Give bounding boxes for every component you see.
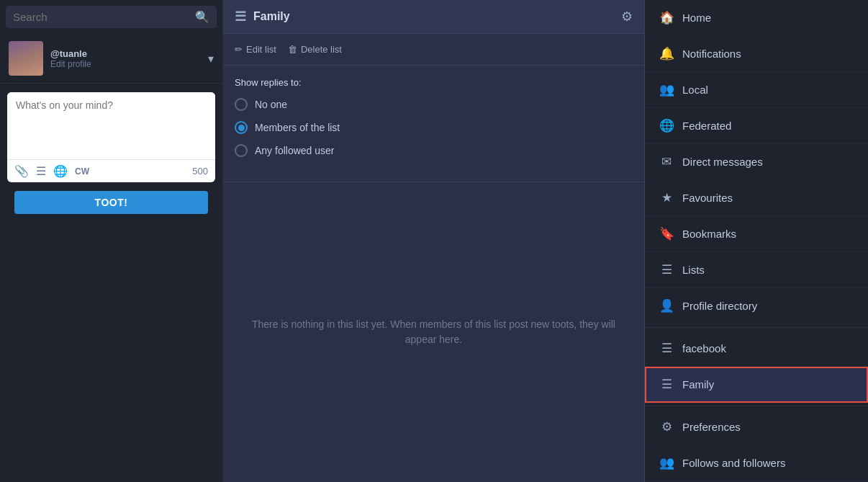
edit-list-label: Edit list bbox=[246, 44, 276, 55]
sidebar-item-favourites-label: Favourites bbox=[682, 192, 733, 204]
edit-list-button[interactable]: ✏ Edit list bbox=[235, 44, 276, 55]
radio-label-followed: Any followed user bbox=[255, 145, 335, 156]
radio-circle-no-one bbox=[235, 98, 248, 111]
globe-icon: 🌐 bbox=[659, 118, 674, 133]
radio-label-members: Members of the list bbox=[255, 122, 340, 133]
list-icon[interactable]: ☰ bbox=[36, 164, 46, 178]
left-column: 🔍 @tuanle Edit profile ▾ 📎 ☰ 🌐 CW 500 TO… bbox=[0, 0, 223, 482]
right-column: 🏠 Home 🔔 Notifications 👥 Local 🌐 Federat… bbox=[645, 0, 868, 482]
search-icon: 🔍 bbox=[195, 10, 209, 24]
sidebar-item-bookmarks-label: Bookmarks bbox=[682, 228, 736, 240]
profile-dir-icon: 👤 bbox=[659, 298, 674, 313]
sidebar-item-family[interactable]: ☰ Family bbox=[645, 367, 868, 403]
avatar bbox=[9, 41, 43, 76]
radio-no-one[interactable]: No one bbox=[235, 98, 633, 111]
local-icon: 👥 bbox=[659, 82, 674, 97]
list-name: Family bbox=[253, 10, 290, 23]
facebook-list-icon: ☰ bbox=[659, 341, 674, 356]
sidebar-item-federated-label: Federated bbox=[682, 120, 731, 132]
sidebar-item-direct-messages-label: Direct messages bbox=[682, 156, 763, 168]
attach-icon[interactable]: 📎 bbox=[14, 164, 29, 178]
sidebar-item-lists[interactable]: ☰ Lists bbox=[645, 252, 868, 288]
search-bar[interactable]: 🔍 bbox=[6, 6, 217, 28]
bell-icon: 🔔 bbox=[659, 46, 674, 61]
chevron-down-icon[interactable]: ▾ bbox=[208, 52, 214, 66]
home-icon: 🏠 bbox=[659, 10, 674, 25]
sidebar-item-family-label: Family bbox=[682, 378, 714, 390]
show-replies-label: Show replies to: bbox=[235, 77, 633, 88]
char-count: 500 bbox=[192, 166, 208, 177]
delete-list-label: Delete list bbox=[301, 44, 342, 55]
trash-icon: 🗑 bbox=[288, 44, 297, 55]
toot-button[interactable]: TOOT! bbox=[14, 191, 208, 214]
sidebar-item-home[interactable]: 🏠 Home bbox=[645, 0, 868, 36]
middle-column: ☰ Family ⚙ ✏ Edit list 🗑 Delete list Sho… bbox=[223, 0, 645, 482]
search-input[interactable] bbox=[13, 11, 189, 23]
sidebar-item-follows-followers-label: Follows and followers bbox=[682, 457, 785, 469]
empty-list-message: There is nothing in this list yet. When … bbox=[223, 182, 644, 482]
mail-icon: ✉ bbox=[659, 154, 674, 169]
sidebar-item-bookmarks[interactable]: 🔖 Bookmarks bbox=[645, 216, 868, 252]
compose-area: 📎 ☰ 🌐 CW 500 bbox=[7, 92, 215, 182]
gear-icon: ⚙ bbox=[659, 419, 674, 434]
sidebar-item-local[interactable]: 👥 Local bbox=[645, 72, 868, 108]
sidebar-item-preferences-label: Preferences bbox=[682, 421, 741, 433]
radio-members[interactable]: Members of the list bbox=[235, 121, 633, 134]
sidebar-item-profile-directory[interactable]: 👤 Profile directory bbox=[645, 288, 868, 324]
sidebar-item-preferences[interactable]: ⚙ Preferences bbox=[645, 409, 868, 445]
list-header: ☰ Family ⚙ bbox=[223, 0, 644, 34]
sidebar-item-local-label: Local bbox=[682, 84, 708, 96]
sidebar-item-profile-directory-label: Profile directory bbox=[682, 300, 757, 312]
sidebar-item-notifications[interactable]: 🔔 Notifications bbox=[645, 36, 868, 72]
compose-textarea[interactable] bbox=[7, 92, 215, 157]
sidebar-item-facebook[interactable]: ☰ facebook bbox=[645, 331, 868, 367]
compose-toolbar: 📎 ☰ 🌐 CW 500 bbox=[7, 159, 215, 182]
sidebar-item-favourites[interactable]: ★ Favourites bbox=[645, 180, 868, 216]
settings-icon[interactable]: ⚙ bbox=[621, 9, 633, 24]
nav-divider bbox=[645, 327, 868, 328]
sidebar-item-notifications-label: Notifications bbox=[682, 48, 741, 60]
profile-handle: @tuanle bbox=[50, 48, 201, 59]
follows-icon: 👥 bbox=[659, 455, 674, 470]
list-icon: ☰ bbox=[235, 9, 246, 24]
bookmark-icon: 🔖 bbox=[659, 226, 674, 241]
profile-section: @tuanle Edit profile ▾ bbox=[0, 34, 222, 84]
radio-circle-members bbox=[235, 121, 248, 134]
list-title: ☰ Family bbox=[235, 9, 290, 24]
list-actions: ✏ Edit list 🗑 Delete list bbox=[223, 34, 644, 66]
star-icon: ★ bbox=[659, 190, 674, 205]
profile-edit-link[interactable]: Edit profile bbox=[50, 59, 201, 69]
profile-info: @tuanle Edit profile bbox=[50, 48, 201, 69]
sidebar-item-lists-label: Lists bbox=[682, 264, 705, 276]
sidebar-item-direct-messages[interactable]: ✉ Direct messages bbox=[645, 144, 868, 180]
edit-icon: ✏ bbox=[235, 44, 243, 55]
sidebar-item-follows-followers[interactable]: 👥 Follows and followers bbox=[645, 445, 868, 481]
delete-list-button[interactable]: 🗑 Delete list bbox=[288, 44, 342, 55]
globe-icon[interactable]: 🌐 bbox=[53, 164, 68, 178]
radio-circle-followed bbox=[235, 144, 248, 157]
radio-label-no-one: No one bbox=[255, 99, 287, 110]
sidebar-item-federated[interactable]: 🌐 Federated bbox=[645, 108, 868, 144]
radio-followed[interactable]: Any followed user bbox=[235, 144, 633, 157]
family-list-icon: ☰ bbox=[659, 377, 674, 392]
sidebar-item-facebook-label: facebook bbox=[682, 342, 726, 354]
sidebar-item-home-label: Home bbox=[682, 12, 711, 24]
cw-button[interactable]: CW bbox=[75, 166, 89, 177]
replies-section: Show replies to: No one Members of the l… bbox=[223, 66, 644, 182]
nav-divider-2 bbox=[645, 406, 868, 406]
lists-icon: ☰ bbox=[659, 262, 674, 277]
